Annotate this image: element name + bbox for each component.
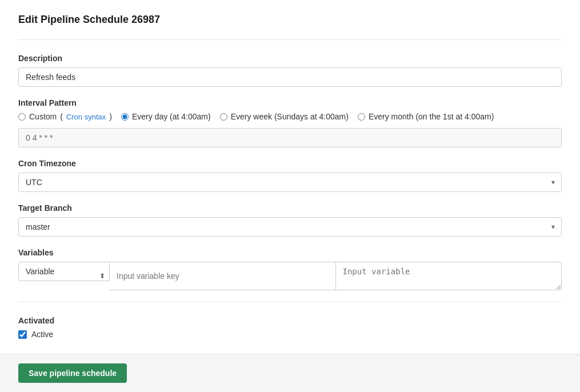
variables-label: Variables bbox=[18, 248, 562, 257]
variables-divider bbox=[18, 302, 562, 302]
branch-select[interactable]: master main develop bbox=[18, 217, 562, 237]
timezone-select[interactable]: UTC America/New_York Europe/London Asia/… bbox=[18, 173, 562, 192]
variables-row: Variable File ⬍ bbox=[18, 262, 562, 290]
radio-every-month-label: Every month (on the 1st at 4:00am) bbox=[369, 112, 494, 121]
branch-label: Target Branch bbox=[18, 203, 562, 213]
cron-expression-display bbox=[18, 128, 562, 147]
cron-syntax-link[interactable]: Cron syntax bbox=[66, 113, 106, 121]
interval-pattern-label: Interval Pattern bbox=[18, 98, 562, 107]
description-group: Description bbox=[18, 54, 562, 87]
radio-every-day-input[interactable] bbox=[121, 113, 129, 121]
interval-pattern-group: Interval Pattern Custom (Cron syntax) Ev… bbox=[18, 98, 562, 147]
variables-group: Variables Variable File ⬍ bbox=[18, 248, 562, 290]
branch-group: Target Branch master main develop ▾ bbox=[18, 203, 562, 237]
cron-syntax-paren: ( bbox=[60, 112, 63, 121]
activated-label: Activated bbox=[18, 316, 562, 325]
radio-every-day[interactable]: Every day (at 4:00am) bbox=[121, 112, 211, 121]
variable-type-select[interactable]: Variable File bbox=[18, 262, 110, 281]
timezone-group: Cron Timezone UTC America/New_York Europ… bbox=[18, 159, 562, 192]
radio-custom-label: Custom bbox=[29, 112, 57, 121]
active-checkbox[interactable] bbox=[18, 330, 27, 339]
timezone-label: Cron Timezone bbox=[18, 159, 562, 168]
radio-every-week[interactable]: Every week (Sundays at 4:00am) bbox=[220, 112, 349, 121]
main-content: Edit Pipeline Schedule 26987 Description… bbox=[0, 0, 580, 339]
save-pipeline-schedule-button[interactable]: Save pipeline schedule bbox=[18, 363, 127, 383]
interval-radio-group: Custom (Cron syntax) Every day (at 4:00a… bbox=[18, 112, 562, 121]
title-divider bbox=[18, 39, 562, 40]
activated-section: Activated Active bbox=[18, 316, 562, 339]
radio-every-month-input[interactable] bbox=[358, 113, 365, 121]
variable-key-input[interactable] bbox=[110, 262, 336, 290]
radio-custom-input[interactable] bbox=[18, 113, 26, 121]
variable-value-input[interactable] bbox=[336, 262, 562, 290]
timezone-select-wrapper: UTC America/New_York Europe/London Asia/… bbox=[18, 173, 562, 192]
radio-every-week-label: Every week (Sundays at 4:00am) bbox=[231, 112, 349, 121]
radio-every-day-label: Every day (at 4:00am) bbox=[132, 112, 211, 121]
branch-select-wrapper: master main develop ▾ bbox=[18, 217, 562, 237]
footer-bar: Save pipeline schedule bbox=[0, 354, 580, 392]
active-checkbox-label[interactable]: Active bbox=[18, 330, 562, 339]
radio-every-week-input[interactable] bbox=[220, 113, 227, 121]
radio-every-month[interactable]: Every month (on the 1st at 4:00am) bbox=[358, 112, 494, 121]
active-label: Active bbox=[31, 330, 53, 339]
cron-syntax-paren-close: ) bbox=[109, 112, 112, 121]
page-title: Edit Pipeline Schedule 26987 bbox=[18, 14, 562, 26]
description-input[interactable] bbox=[18, 67, 562, 87]
radio-custom[interactable]: Custom (Cron syntax) bbox=[18, 112, 112, 121]
description-label: Description bbox=[18, 54, 562, 63]
variable-type-wrapper: Variable File ⬍ bbox=[18, 262, 110, 290]
